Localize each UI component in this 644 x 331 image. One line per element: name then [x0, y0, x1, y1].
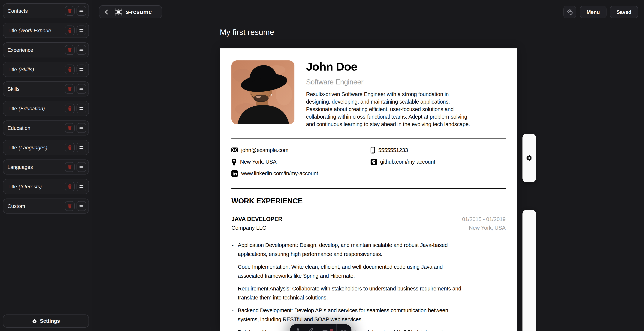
- app-home-chip[interactable]: s-resume: [99, 5, 162, 19]
- sidebar-item-title-languages[interactable]: Title(Languages): [3, 140, 89, 155]
- drag-handle[interactable]: [76, 84, 86, 94]
- sidebar-item-contacts[interactable]: Contacts: [3, 4, 89, 19]
- menu-button[interactable]: Menu: [580, 6, 606, 19]
- sidebar-item-title-education[interactable]: Title(Education): [3, 101, 89, 116]
- sidebar-item-title-work-experience[interactable]: Title(Work Experie...: [3, 23, 89, 38]
- trash-icon: [67, 28, 72, 33]
- divider: [232, 138, 506, 139]
- delete-section-button[interactable]: [65, 123, 75, 133]
- contact-location: New York, USA: [232, 158, 367, 165]
- resume-role: Software Engineer: [306, 78, 506, 86]
- map-pin-icon: [232, 158, 237, 165]
- sidebar-item-languages[interactable]: Languages: [3, 160, 89, 175]
- settings-button[interactable]: Settings: [3, 314, 89, 328]
- contact-github: github.com/my-account: [370, 158, 506, 165]
- contact-github-value: github.com/my-account: [380, 159, 435, 165]
- pen-tool-icon[interactable]: [308, 327, 314, 331]
- resume-style-settings-button[interactable]: [522, 134, 536, 182]
- drag-handle-icon: [79, 8, 84, 14]
- contacts-grid: john@example.com 5555551233 New York, US…: [232, 147, 506, 177]
- sidebar-item-label: Skills: [8, 86, 63, 92]
- contact-phone-value: 5555551233: [378, 147, 408, 153]
- trash-icon: [67, 125, 72, 131]
- undo-button[interactable]: [563, 6, 576, 19]
- sidebar-item-custom[interactable]: Custom: [3, 199, 89, 214]
- trash-icon: [67, 164, 72, 170]
- job-company-row: Company LLC New York, USA: [232, 225, 506, 231]
- color-dot-icon[interactable]: [330, 329, 333, 331]
- drag-handle[interactable]: [76, 182, 86, 191]
- smartphone-icon: [370, 147, 375, 153]
- sidebar-item-label: Custom: [8, 203, 63, 209]
- scrollbar-thumb[interactable]: [522, 210, 536, 331]
- sidebar-item-education[interactable]: Education: [3, 121, 89, 136]
- save-status-button[interactable]: Saved: [610, 6, 638, 19]
- drag-handle[interactable]: [76, 65, 86, 74]
- job-bullets: Application Development: Design, develop…: [232, 240, 506, 331]
- delete-section-button[interactable]: [65, 143, 75, 152]
- trash-icon: [67, 67, 72, 72]
- scribble-tool-icon[interactable]: [340, 327, 347, 331]
- drag-handle[interactable]: [76, 123, 86, 133]
- avatar[interactable]: [232, 61, 294, 124]
- job-title-row: JAVA DEVELOPER 01/2015 - 01/2019: [232, 216, 506, 222]
- drag-handle[interactable]: [76, 162, 86, 172]
- sidebar-item-label: Education: [8, 125, 63, 131]
- sections-panel: Contacts Title(Work Experie... Experienc…: [0, 0, 92, 331]
- sidebar-item-skills[interactable]: Skills: [3, 82, 89, 97]
- app-name: s-resume: [126, 9, 152, 15]
- gear-icon: [32, 318, 37, 324]
- document-title: My first resume: [220, 28, 274, 37]
- drag-handle-icon: [79, 125, 84, 131]
- drag-handle-icon: [79, 86, 84, 92]
- undo-icon: [566, 8, 574, 16]
- text-tool-icon[interactable]: A: [296, 327, 300, 331]
- drag-handle[interactable]: [76, 6, 86, 16]
- resume-summary: Results-driven Software Engineer with a …: [306, 90, 506, 128]
- delete-section-button[interactable]: [65, 45, 75, 55]
- drag-handle-icon: [79, 184, 84, 189]
- toolbar-divider: [336, 324, 337, 331]
- contact-email-value: john@example.com: [241, 147, 288, 153]
- trash-icon: [67, 184, 72, 189]
- delete-section-button[interactable]: [65, 104, 75, 113]
- sidebar-item-experience[interactable]: Experience: [3, 43, 89, 58]
- drag-handle[interactable]: [76, 201, 86, 211]
- github-icon: [370, 159, 377, 165]
- drag-handle[interactable]: [76, 26, 86, 35]
- drag-handle-icon: [79, 145, 84, 150]
- back-arrow-icon[interactable]: [104, 8, 112, 16]
- delete-section-button[interactable]: [65, 201, 75, 211]
- job-bullet: Database Management: Design, query, and …: [232, 327, 506, 331]
- resume-page: John Doe Software Engineer Results-drive…: [220, 49, 517, 331]
- contact-email: john@example.com: [232, 147, 367, 153]
- drag-handle-icon: [79, 47, 84, 53]
- settings-label: Settings: [40, 318, 60, 324]
- drag-handle[interactable]: [76, 143, 86, 152]
- contact-location-value: New York, USA: [240, 159, 276, 165]
- delete-section-button[interactable]: [65, 182, 75, 191]
- drag-handle[interactable]: [76, 104, 86, 113]
- resume-name: John Doe: [306, 61, 506, 73]
- sidebar-item-title-skills[interactable]: Title(Skills): [3, 62, 89, 77]
- drag-handle-icon: [79, 106, 84, 111]
- delete-section-button[interactable]: [65, 65, 75, 74]
- sidebar-item-label: Title(Skills): [8, 67, 63, 72]
- delete-section-button[interactable]: [65, 162, 75, 172]
- delete-section-button[interactable]: [65, 84, 75, 94]
- drag-handle-icon: [79, 203, 84, 209]
- sections-list: Contacts Title(Work Experie... Experienc…: [3, 4, 89, 214]
- trash-icon: [67, 86, 72, 92]
- job-bullet: Backend Development: Develop APIs and se…: [232, 306, 506, 324]
- delete-section-button[interactable]: [65, 26, 75, 35]
- drag-handle[interactable]: [76, 45, 86, 55]
- portrait-photo: [232, 61, 294, 124]
- minus-icon[interactable]: [322, 330, 328, 331]
- drag-handle-icon: [79, 28, 84, 33]
- work-experience-heading: WORK EXPERIENCE: [232, 196, 506, 205]
- sidebar-item-label: Title(Languages): [8, 145, 63, 150]
- sidebar-item-title-interests[interactable]: Title(Interests): [3, 179, 89, 194]
- delete-section-button[interactable]: [65, 6, 75, 16]
- trash-icon: [67, 8, 72, 14]
- job-title: JAVA DEVELOPER: [232, 216, 282, 222]
